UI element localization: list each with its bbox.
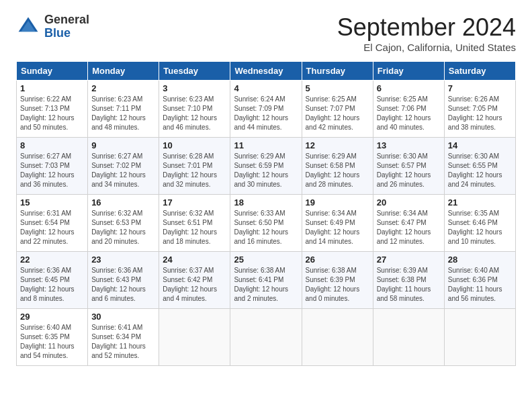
day-number: 22: [20, 255, 84, 265]
day-info: Sunrise: 6:38 AMSunset: 6:41 PMDaylight:…: [234, 266, 298, 304]
logo-icon: [16, 15, 40, 39]
col-sunday: Sunday: [17, 62, 88, 81]
day-number: 17: [163, 197, 226, 208]
day-number: 12: [306, 140, 369, 150]
day-info: Sunrise: 6:23 AMSunset: 7:10 PMDaylight:…: [163, 95, 226, 132]
calendar-cell: 14 Sunrise: 6:30 AMSunset: 6:55 PMDaylig…: [444, 138, 515, 195]
day-number: 26: [306, 255, 369, 265]
day-number: 3: [163, 83, 226, 93]
day-info: Sunrise: 6:30 AMSunset: 6:55 PMDaylight:…: [448, 152, 512, 189]
day-info: Sunrise: 6:36 AMSunset: 6:43 PMDaylight:…: [91, 266, 155, 304]
day-info: Sunrise: 6:39 AMSunset: 6:38 PMDaylight:…: [377, 266, 441, 304]
day-number: 15: [20, 197, 84, 208]
calendar-cell: 17 Sunrise: 6:32 AMSunset: 6:51 PMDaylig…: [159, 195, 230, 252]
calendar-cell: [230, 309, 302, 366]
day-info: Sunrise: 6:32 AMSunset: 6:53 PMDaylight:…: [91, 209, 155, 246]
col-monday: Monday: [88, 62, 159, 81]
calendar-cell: 5 Sunrise: 6:25 AMSunset: 7:07 PMDayligh…: [302, 81, 373, 138]
day-number: 10: [163, 140, 226, 150]
col-friday: Friday: [373, 62, 444, 81]
calendar-cell: 8 Sunrise: 6:27 AMSunset: 7:03 PMDayligh…: [17, 138, 88, 195]
calendar-cell: 9 Sunrise: 6:27 AMSunset: 7:02 PMDayligh…: [88, 138, 159, 195]
calendar-cell: 19 Sunrise: 6:34 AMSunset: 6:49 PMDaylig…: [302, 195, 373, 252]
day-info: Sunrise: 6:37 AMSunset: 6:42 PMDaylight:…: [163, 266, 226, 304]
day-info: Sunrise: 6:28 AMSunset: 7:01 PMDaylight:…: [163, 152, 226, 189]
day-number: 6: [377, 83, 441, 93]
day-number: 29: [20, 312, 84, 322]
calendar-cell: [159, 309, 230, 366]
day-number: 28: [448, 255, 512, 265]
day-number: 13: [377, 140, 441, 150]
day-info: Sunrise: 6:22 AMSunset: 7:13 PMDaylight:…: [20, 95, 84, 132]
calendar-cell: 11 Sunrise: 6:29 AMSunset: 6:59 PMDaylig…: [230, 138, 302, 195]
week-row-4: 22 Sunrise: 6:36 AMSunset: 6:45 PMDaylig…: [17, 252, 516, 309]
day-number: 16: [91, 197, 155, 208]
day-info: Sunrise: 6:26 AMSunset: 7:05 PMDaylight:…: [448, 95, 512, 132]
week-row-5: 29 Sunrise: 6:40 AMSunset: 6:35 PMDaylig…: [17, 309, 516, 366]
day-info: Sunrise: 6:25 AMSunset: 7:07 PMDaylight:…: [306, 95, 369, 132]
day-info: Sunrise: 6:30 AMSunset: 6:57 PMDaylight:…: [377, 152, 441, 189]
title-section: September 2024 El Cajon, California, Uni…: [337, 13, 516, 53]
calendar-cell: 16 Sunrise: 6:32 AMSunset: 6:53 PMDaylig…: [88, 195, 159, 252]
day-number: 21: [448, 197, 512, 208]
calendar-cell: 6 Sunrise: 6:25 AMSunset: 7:06 PMDayligh…: [373, 81, 444, 138]
day-number: 30: [91, 312, 155, 322]
header-row: Sunday Monday Tuesday Wednesday Thursday…: [17, 62, 516, 81]
calendar-cell: [444, 309, 515, 366]
day-number: 8: [20, 140, 84, 150]
day-number: 5: [306, 83, 369, 93]
day-number: 7: [448, 83, 512, 93]
calendar-cell: 1 Sunrise: 6:22 AMSunset: 7:13 PMDayligh…: [17, 81, 88, 138]
month-title: September 2024: [337, 13, 516, 42]
calendar-cell: 3 Sunrise: 6:23 AMSunset: 7:10 PMDayligh…: [159, 81, 230, 138]
calendar-cell: 26 Sunrise: 6:38 AMSunset: 6:39 PMDaylig…: [302, 252, 373, 309]
week-row-1: 1 Sunrise: 6:22 AMSunset: 7:13 PMDayligh…: [17, 81, 516, 138]
day-info: Sunrise: 6:36 AMSunset: 6:45 PMDaylight:…: [20, 266, 84, 304]
calendar-cell: 15 Sunrise: 6:31 AMSunset: 6:54 PMDaylig…: [17, 195, 88, 252]
calendar-table: Sunday Monday Tuesday Wednesday Thursday…: [16, 61, 516, 366]
day-number: 14: [448, 140, 512, 150]
day-info: Sunrise: 6:25 AMSunset: 7:06 PMDaylight:…: [377, 95, 441, 132]
day-info: Sunrise: 6:23 AMSunset: 7:11 PMDaylight:…: [91, 95, 155, 132]
day-info: Sunrise: 6:34 AMSunset: 6:47 PMDaylight:…: [377, 209, 441, 246]
calendar-cell: [373, 309, 444, 366]
day-info: Sunrise: 6:32 AMSunset: 6:51 PMDaylight:…: [163, 209, 226, 246]
day-info: Sunrise: 6:41 AMSunset: 6:34 PMDaylight:…: [91, 323, 155, 361]
day-number: 9: [91, 140, 155, 150]
day-info: Sunrise: 6:31 AMSunset: 6:54 PMDaylight:…: [20, 209, 84, 246]
day-info: Sunrise: 6:27 AMSunset: 7:03 PMDaylight:…: [20, 152, 84, 189]
calendar-cell: [302, 309, 373, 366]
day-number: 23: [91, 255, 155, 265]
day-number: 24: [163, 255, 226, 265]
logo: General Blue: [16, 13, 89, 40]
logo-text: General Blue: [44, 13, 89, 40]
col-thursday: Thursday: [302, 62, 373, 81]
col-tuesday: Tuesday: [159, 62, 230, 81]
day-info: Sunrise: 6:29 AMSunset: 6:59 PMDaylight:…: [234, 152, 298, 189]
calendar-cell: 2 Sunrise: 6:23 AMSunset: 7:11 PMDayligh…: [88, 81, 159, 138]
calendar-cell: 4 Sunrise: 6:24 AMSunset: 7:09 PMDayligh…: [230, 81, 302, 138]
calendar-cell: 29 Sunrise: 6:40 AMSunset: 6:35 PMDaylig…: [17, 309, 88, 366]
calendar-cell: 27 Sunrise: 6:39 AMSunset: 6:38 PMDaylig…: [373, 252, 444, 309]
day-info: Sunrise: 6:33 AMSunset: 6:50 PMDaylight:…: [234, 209, 298, 246]
day-info: Sunrise: 6:35 AMSunset: 6:46 PMDaylight:…: [448, 209, 512, 246]
day-info: Sunrise: 6:24 AMSunset: 7:09 PMDaylight:…: [234, 95, 298, 132]
day-number: 19: [306, 197, 369, 208]
week-row-2: 8 Sunrise: 6:27 AMSunset: 7:03 PMDayligh…: [17, 138, 516, 195]
calendar-cell: 22 Sunrise: 6:36 AMSunset: 6:45 PMDaylig…: [17, 252, 88, 309]
day-number: 20: [377, 197, 441, 208]
day-number: 4: [234, 83, 298, 93]
day-info: Sunrise: 6:34 AMSunset: 6:49 PMDaylight:…: [306, 209, 369, 246]
page-header: General Blue September 2024 El Cajon, Ca…: [16, 13, 516, 53]
col-saturday: Saturday: [444, 62, 515, 81]
day-number: 1: [20, 83, 84, 93]
logo-general: General: [44, 13, 89, 27]
calendar-cell: 30 Sunrise: 6:41 AMSunset: 6:34 PMDaylig…: [88, 309, 159, 366]
day-number: 11: [234, 140, 298, 150]
calendar-cell: 20 Sunrise: 6:34 AMSunset: 6:47 PMDaylig…: [373, 195, 444, 252]
calendar-cell: 7 Sunrise: 6:26 AMSunset: 7:05 PMDayligh…: [444, 81, 515, 138]
week-row-3: 15 Sunrise: 6:31 AMSunset: 6:54 PMDaylig…: [17, 195, 516, 252]
calendar-cell: 23 Sunrise: 6:36 AMSunset: 6:43 PMDaylig…: [88, 252, 159, 309]
day-number: 25: [234, 255, 298, 265]
day-number: 18: [234, 197, 298, 208]
